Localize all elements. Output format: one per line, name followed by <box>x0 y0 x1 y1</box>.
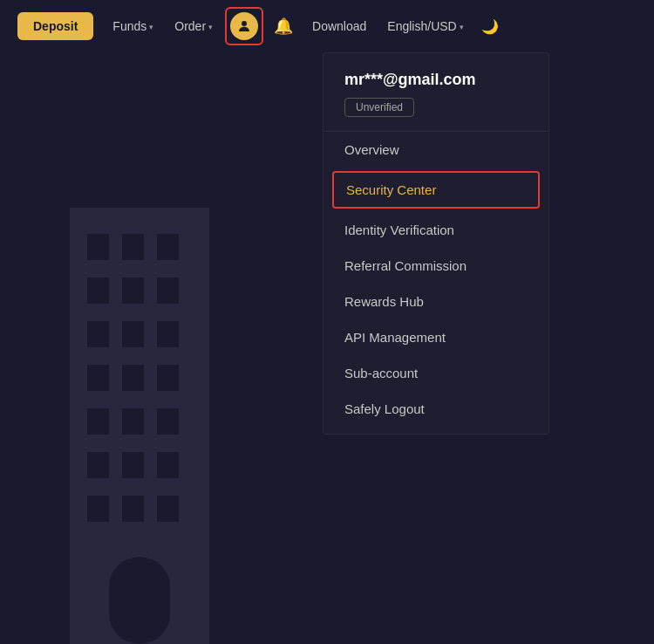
svg-rect-18 <box>157 452 179 478</box>
svg-rect-1 <box>87 234 109 260</box>
download-nav-item[interactable]: Download <box>303 12 375 40</box>
svg-rect-3 <box>157 234 179 260</box>
download-label: Download <box>312 19 366 33</box>
navbar: Deposit Funds ▾ Order ▾ 🔔 Download Engli… <box>0 0 654 52</box>
svg-rect-11 <box>122 365 144 391</box>
svg-rect-22 <box>109 557 170 644</box>
svg-rect-8 <box>122 321 144 347</box>
svg-rect-20 <box>122 496 144 522</box>
svg-rect-17 <box>122 452 144 478</box>
dark-mode-icon[interactable]: 🌙 <box>476 11 504 42</box>
svg-rect-15 <box>157 408 179 435</box>
user-dropdown-menu: mr***@gmail.com Unverified Overview Secu… <box>323 52 549 435</box>
sub-account-menu-item[interactable]: Sub-account <box>324 355 548 391</box>
svg-rect-12 <box>157 365 179 391</box>
profile-icon <box>230 12 258 40</box>
language-chevron-icon: ▾ <box>460 23 464 31</box>
overview-menu-item[interactable]: Overview <box>324 132 548 168</box>
bell-icon[interactable]: 🔔 <box>267 10 300 43</box>
security-center-menu-item[interactable]: Security Center <box>334 173 538 207</box>
user-email: mr***@gmail.com <box>344 71 528 89</box>
svg-rect-14 <box>122 408 144 435</box>
order-label: Order <box>174 19 206 33</box>
svg-rect-21 <box>157 496 179 522</box>
svg-rect-4 <box>87 277 109 304</box>
verification-badge: Unverified <box>344 98 414 117</box>
svg-rect-2 <box>122 234 144 260</box>
profile-nav-item[interactable] <box>225 7 263 45</box>
svg-rect-13 <box>87 408 109 435</box>
security-center-highlight: Security Center <box>332 171 540 209</box>
svg-rect-6 <box>157 277 179 304</box>
svg-rect-7 <box>87 321 109 347</box>
building-background <box>44 120 235 644</box>
rewards-hub-menu-item[interactable]: Rewards Hub <box>324 284 548 319</box>
language-label: English/USD <box>387 19 456 33</box>
funds-chevron-icon: ▾ <box>149 23 153 31</box>
referral-commission-menu-item[interactable]: Referral Commission <box>324 248 548 284</box>
deposit-button[interactable]: Deposit <box>17 12 93 40</box>
api-management-menu-item[interactable]: API Management <box>324 319 548 355</box>
funds-nav-item[interactable]: Funds ▾ <box>104 12 162 40</box>
order-chevron-icon: ▾ <box>208 23 213 31</box>
funds-label: Funds <box>112 19 146 33</box>
svg-rect-5 <box>122 277 144 304</box>
svg-point-23 <box>242 21 247 26</box>
svg-rect-10 <box>87 365 109 391</box>
svg-rect-9 <box>157 321 179 347</box>
language-nav-item[interactable]: English/USD ▾ <box>378 12 472 40</box>
identity-verification-menu-item[interactable]: Identity Verification <box>324 212 548 248</box>
svg-rect-16 <box>87 452 109 478</box>
order-nav-item[interactable]: Order ▾ <box>166 12 221 40</box>
dropdown-header: mr***@gmail.com Unverified <box>324 53 548 132</box>
svg-rect-19 <box>87 496 109 522</box>
safely-logout-menu-item[interactable]: Safely Logout <box>324 391 548 427</box>
